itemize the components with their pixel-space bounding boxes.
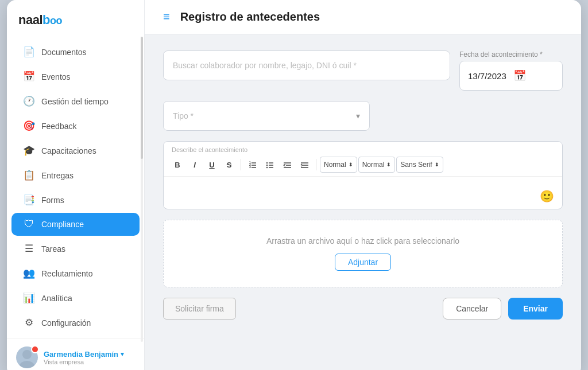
date-label: Fecha del acontecimiento * — [459, 50, 563, 59]
forms-icon: 📑 — [23, 194, 34, 206]
emoji-button[interactable]: 🙂 — [540, 189, 554, 203]
chevron-down-icon: ▾ — [356, 111, 360, 120]
strikethrough-button[interactable]: S — [221, 157, 237, 173]
sidebar-item-label: Documentos — [41, 48, 87, 57]
cancelar-button[interactable]: Cancelar — [443, 298, 501, 320]
chevron-icon: ⬍ — [386, 162, 391, 168]
target-icon: 🎯 — [23, 120, 34, 132]
svg-point-13 — [266, 166, 267, 168]
graduation-icon: 🎓 — [23, 145, 34, 157]
sidebar-item-feedback[interactable]: 🎯 Feedback — [11, 114, 140, 138]
logo: naalboo — [7, 0, 144, 37]
underline-button[interactable]: U — [204, 157, 220, 173]
right-buttons: Cancelar Enviar — [443, 298, 563, 320]
enviar-button[interactable]: Enviar — [508, 298, 563, 320]
user-role: Vista empresa — [44, 359, 135, 365]
sidebar-item-tareas[interactable]: ☰ Tareas — [11, 237, 140, 260]
sidebar-item-label: Analítica — [41, 294, 72, 303]
sidebar-item-analitica[interactable]: 📊 Analítica — [11, 286, 140, 310]
date-input[interactable]: 13/7/2023 📅 — [459, 61, 563, 91]
upload-text: Arrastra un archivo aquí o haz click par… — [266, 236, 459, 246]
document-icon: 📄 — [23, 46, 34, 58]
svg-point-1 — [20, 361, 34, 368]
svg-text:3: 3 — [249, 165, 251, 169]
svg-point-12 — [266, 164, 267, 165]
editor-label: Describe el acontecimiento — [164, 142, 562, 153]
sidebar-item-label: Reclutamiento — [41, 269, 93, 278]
sidebar-item-configuracion[interactable]: ⚙ Configuración — [11, 311, 140, 334]
chart-icon: 📊 — [23, 292, 34, 304]
sidebar-item-gestion[interactable]: 🕐 Gestión del tiempo — [11, 89, 140, 113]
ordered-list-button[interactable]: 1 2 3 — [245, 157, 261, 173]
bold-button[interactable]: B — [169, 157, 185, 173]
date-field-wrap: Fecha del acontecimiento * 13/7/2023 📅 — [459, 50, 563, 91]
clock-icon: 🕐 — [23, 95, 34, 107]
italic-button[interactable]: I — [187, 157, 203, 173]
user-name: Garmendia Benjamín ▾ — [44, 350, 135, 359]
people-icon: 👥 — [23, 267, 34, 279]
sidebar-item-compliance[interactable]: 🛡 Compliance — [11, 213, 140, 236]
sidebar-item-label: Gestión del tiempo — [41, 97, 109, 106]
font-family-select[interactable]: Sans Serif ⬍ — [396, 157, 443, 173]
topbar: ≡ Registro de antecedentes — [145, 0, 581, 34]
logo-text: naalboo — [18, 13, 62, 28]
sidebar-item-label: Compliance — [41, 220, 84, 229]
sidebar-item-label: Eventos — [41, 72, 71, 81]
chevron-icon: ⬍ — [435, 162, 439, 168]
form-content: Buscar colaborador por nombre, legajo, D… — [145, 34, 581, 370]
sidebar: naalboo 📄 Documentos 📅 Eventos 🕐 Gestión… — [7, 0, 145, 370]
sidebar-item-label: Entregas — [41, 171, 74, 180]
heading-select[interactable]: Normal ⬍ — [358, 157, 396, 173]
editor-body[interactable]: 🙂 — [164, 177, 562, 209]
bottom-actions: Solicitar firma Cancelar Enviar — [163, 298, 563, 322]
calendar-icon: 📅 — [513, 69, 526, 82]
upload-area[interactable]: Arrastra un archivo aquí o haz click par… — [163, 220, 563, 287]
user-profile[interactable]: Garmendia Benjamín ▾ Vista empresa — [7, 338, 144, 370]
chevron-icon: ⬍ — [349, 162, 353, 168]
clipboard-icon: 📋 — [23, 169, 34, 181]
sidebar-item-reclutamiento[interactable]: 👥 Reclutamiento — [11, 262, 140, 285]
sidebar-item-capacitaciones[interactable]: 🎓 Capacitaciones — [11, 139, 140, 162]
sidebar-item-eventos[interactable]: 📅 Eventos — [11, 65, 140, 88]
tipo-dropdown[interactable]: Tipo * ▾ — [163, 101, 370, 131]
avatar-wrap — [16, 346, 38, 368]
font-size-select[interactable]: Normal ⬍ — [320, 157, 357, 173]
indent-increase-button[interactable] — [296, 157, 312, 173]
svg-point-0 — [22, 350, 32, 359]
sidebar-item-documentos[interactable]: 📄 Documentos — [11, 40, 140, 64]
adjuntar-button[interactable]: Adjuntar — [335, 254, 391, 271]
sidebar-item-entregas[interactable]: 📋 Entregas — [11, 163, 140, 187]
solicitar-firma-button[interactable]: Solicitar firma — [163, 298, 236, 320]
toolbar-separator-2 — [316, 159, 316, 170]
sidebar-item-label: Feedback — [41, 122, 76, 131]
editor-wrap: Describe el acontecimiento B I U S 1 2 — [163, 141, 563, 209]
row-search-date: Buscar colaborador por nombre, legajo, D… — [163, 50, 563, 91]
sidebar-item-label: Tareas — [41, 244, 65, 254]
notification-badge — [31, 345, 39, 353]
main-content: ≡ Registro de antecedentes Buscar colabo… — [145, 0, 581, 370]
page-title: Registro de antecedentes — [180, 10, 320, 24]
svg-point-11 — [266, 162, 267, 163]
gear-icon: ⚙ — [23, 317, 34, 329]
sidebar-item-label: Forms — [41, 196, 64, 205]
chevron-down-icon: ▾ — [121, 350, 124, 358]
user-info: Garmendia Benjamín ▾ Vista empresa — [44, 350, 135, 365]
tareas-icon: ☰ — [23, 243, 34, 255]
sidebar-nav: 📄 Documentos 📅 Eventos 🕐 Gestión del tie… — [7, 37, 144, 338]
indent-decrease-button[interactable] — [279, 157, 295, 173]
calendar-icon: 📅 — [23, 71, 34, 83]
menu-icon[interactable]: ≡ — [163, 10, 170, 24]
search-collaborator-input[interactable]: Buscar colaborador por nombre, legajo, D… — [163, 50, 450, 80]
unordered-list-button[interactable] — [262, 157, 278, 173]
sidebar-item-label: Capacitaciones — [41, 146, 96, 155]
toolbar-separator — [241, 159, 241, 170]
sidebar-item-forms[interactable]: 📑 Forms — [11, 188, 140, 212]
sidebar-item-label: Configuración — [41, 318, 91, 328]
editor-toolbar: B I U S 1 2 3 — [164, 153, 562, 177]
shield-icon: 🛡 — [23, 219, 34, 230]
